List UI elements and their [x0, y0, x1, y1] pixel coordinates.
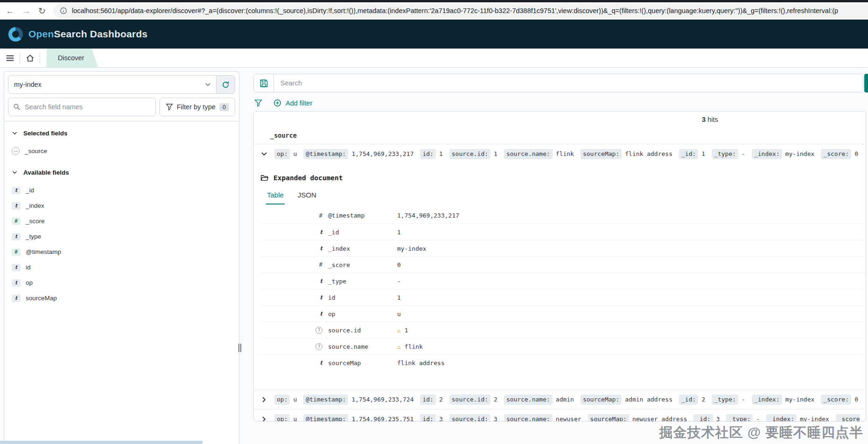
field-name: @timestamp — [328, 212, 397, 219]
source-type-icon: </> — [12, 147, 20, 155]
tab-discover[interactable]: Discover — [47, 49, 98, 67]
field-label-badge: sourceMap: — [581, 149, 622, 159]
field-_score[interactable]: #_score — [12, 213, 231, 229]
field-@timestamp[interactable]: #@timestamp — [12, 244, 231, 260]
field-label-badge: id: — [420, 414, 435, 422]
panel-resizer[interactable] — [238, 344, 242, 352]
field-label-badge: sourceMap: — [588, 414, 629, 422]
field-label-badge: source.name: — [504, 414, 553, 422]
warning-icon: ⚠ — [397, 327, 401, 334]
document-summary: op:u@timestamp:1,754,969,233,724id:2sour… — [274, 395, 860, 405]
watermark: 掘金技术社区 @ 要睡不睡四点半 — [659, 423, 863, 442]
field-sourceMap[interactable]: tsourceMap — [12, 290, 231, 306]
field-label-badge: source.name: — [504, 395, 553, 405]
page-info-icon[interactable] — [60, 7, 67, 14]
document-summary: op:u@timestamp:1,754,969,235,751id:3sour… — [274, 414, 860, 422]
tab-json[interactable]: JSON — [297, 191, 317, 204]
hits-count: 3 hits — [702, 116, 718, 123]
field-value: my-index — [785, 150, 815, 157]
reload-icon[interactable]: ↻ — [38, 7, 46, 15]
field-label-badge: @timestamp: — [303, 395, 348, 405]
field-label-badge: source.id: — [449, 395, 490, 405]
field-value: my-index — [785, 396, 815, 403]
address-bar[interactable]: localhost:5601/app/data-explorer/discove… — [53, 4, 868, 18]
field-value: flink — [556, 150, 574, 157]
url-text: localhost:5601/app/data-explorer/discove… — [72, 7, 838, 14]
unknown-type-icon: ? — [315, 343, 322, 350]
expanded-document-tabs: Table JSON — [266, 191, 866, 204]
string-type-icon: t — [12, 233, 21, 240]
query-input[interactable] — [274, 74, 863, 92]
document-field-row: t_indexmy-index — [260, 240, 866, 256]
home-button[interactable] — [20, 49, 40, 67]
field-value: admin address — [625, 396, 672, 403]
field-_source[interactable]: </>_source — [12, 143, 231, 159]
selected-fields-toggle[interactable]: Selected fields — [12, 130, 231, 137]
tab-table[interactable]: Table — [266, 191, 285, 204]
filter-icon[interactable] — [254, 99, 262, 107]
field-value: my-index — [800, 416, 829, 422]
field-label-badge: @timestamp: — [303, 149, 348, 159]
expanded-document: Expanded document Table JSON #@timestamp… — [254, 163, 866, 389]
update-button-partial[interactable] — [864, 74, 868, 92]
field-value: u — [293, 416, 297, 422]
field-label-badge: @timestamp: — [303, 414, 348, 422]
field-_index[interactable]: t_index — [12, 198, 231, 213]
back-icon[interactable]: ← — [6, 7, 14, 15]
field-label-badge: _score: — [836, 414, 860, 422]
field-value: newuser address — [632, 416, 687, 422]
field-name: source.id — [328, 327, 397, 334]
available-fields-toggle[interactable]: Available fields — [12, 169, 231, 176]
document-row[interactable]: op:u@timestamp:1,754,969,235,751id:3sour… — [254, 409, 866, 422]
available-fields-list: t_idt_index#_scoret_type#@timestamptidto… — [12, 183, 231, 306]
results-panel: 3 hits _source op:u@timestamp:1,754,969,… — [253, 111, 866, 422]
field-name: sourceMap — [26, 295, 57, 302]
field-search-field[interactable] — [25, 103, 151, 111]
expanded-document-title: Expanded document — [273, 174, 343, 182]
field-id[interactable]: tid — [12, 260, 231, 275]
chevron-down-icon — [204, 81, 211, 88]
saved-query-button[interactable] — [254, 74, 274, 92]
field-value: 1 — [397, 229, 401, 236]
field-value: - — [742, 150, 745, 157]
string-type-icon: t — [12, 202, 21, 210]
field-label-badge: op: — [274, 414, 290, 422]
field-value: - — [742, 396, 745, 403]
document-fields-table: #@timestamp1,754,969,233,217t_id1t_index… — [260, 207, 866, 371]
field-label-badge: source.name: — [504, 149, 553, 159]
add-filter-button[interactable]: Add filter — [273, 99, 312, 107]
field-name: _type — [328, 278, 397, 285]
warning-icon: ⚠ — [397, 343, 401, 350]
expand-toggle[interactable] — [260, 416, 268, 422]
filter-count-badge: 0 — [219, 103, 229, 111]
forward-icon[interactable]: → — [22, 7, 31, 15]
field-_type[interactable]: t_type — [12, 229, 231, 244]
string-type-icon: t — [12, 264, 21, 271]
discover-sidebar: my-index — [4, 71, 239, 444]
brand-title: OpenSearch Dashboards — [28, 28, 147, 40]
field-name: _id — [328, 229, 397, 236]
field-label-badge: sourceMap: — [581, 395, 622, 405]
field-op[interactable]: top — [12, 275, 231, 290]
plus-circle-icon — [273, 99, 281, 107]
menu-button[interactable] — [0, 49, 20, 67]
field-search-input[interactable] — [8, 98, 156, 116]
field-value: 2 — [701, 396, 705, 403]
expand-toggle[interactable] — [260, 396, 268, 405]
number-type-icon: # — [12, 248, 21, 256]
refresh-index-button[interactable] — [216, 76, 235, 93]
field-_id[interactable]: t_id — [12, 183, 231, 198]
refresh-icon — [222, 81, 230, 89]
expand-toggle[interactable] — [260, 150, 268, 159]
field-value: 1,754,969,233,217 — [397, 212, 459, 219]
horizontal-scrollbar[interactable] — [0, 441, 203, 444]
index-pattern-select[interactable]: my-index — [8, 76, 216, 93]
divider — [40, 52, 40, 63]
filter-by-type-button[interactable]: Filter by type 0 — [160, 98, 235, 116]
field-label-badge: _type: — [726, 414, 753, 422]
document-row[interactable]: op:u@timestamp:1,754,969,233,217id:1sour… — [254, 144, 866, 163]
app-tab-label: Discover — [58, 54, 84, 62]
field-name: id — [26, 264, 31, 271]
document-row[interactable]: op:u@timestamp:1,754,969,233,724id:2sour… — [254, 389, 866, 409]
field-name: _score — [328, 261, 397, 268]
